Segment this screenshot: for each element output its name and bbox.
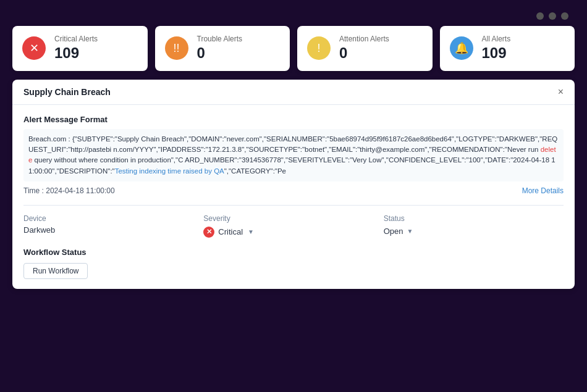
attention-count: 0 — [339, 44, 389, 62]
all-alerts-info: All Alerts 109 — [482, 35, 511, 62]
critical-count: 109 — [54, 44, 98, 62]
critical-icon: ✕ — [22, 36, 46, 60]
time-row: Time : 2024-04-18 11:00:00 More Details — [23, 186, 564, 195]
trouble-icon: !! — [165, 36, 188, 60]
severity-label: Severity — [203, 214, 383, 223]
critical-info: Critical Alerts 109 — [54, 35, 98, 62]
title-bar — [12, 12, 575, 26]
severity-dropdown-label: Critical — [218, 227, 243, 236]
attention-info: Attention Alerts 0 — [339, 35, 389, 62]
panel-body: Alert Message Format Breach.com : {"SUBT… — [12, 105, 575, 289]
attention-alerts-card[interactable]: ! Attention Alerts 0 — [297, 26, 433, 71]
status-value-row[interactable]: Open ▼ — [384, 227, 564, 236]
severity-value-row[interactable]: ✕ Critical ▼ — [203, 227, 383, 238]
alert-message-text: Breach.com : {"SUBTYPE":"Supply Chain Br… — [23, 129, 564, 181]
severity-critical-icon: ✕ — [203, 227, 214, 238]
alert-message-section-title: Alert Message Format — [23, 115, 564, 124]
status-label: Status — [384, 214, 564, 223]
window-controls — [536, 12, 568, 20]
panel-title: Supply Chain Breach — [23, 87, 111, 97]
dot-1 — [536, 12, 544, 20]
severity-field: Severity ✕ Critical ▼ — [203, 214, 383, 238]
time-text: Time : 2024-04-18 11:00:00 — [23, 186, 115, 195]
all-alerts-card[interactable]: 🔔 All Alerts 109 — [440, 26, 575, 71]
run-workflow-button[interactable]: Run Workflow — [23, 263, 88, 279]
attention-icon: ! — [307, 36, 331, 60]
time-label: Time : — [23, 186, 46, 195]
time-value: 2024-04-18 11:00:00 — [46, 186, 114, 195]
supply-chain-breach-panel: Supply Chain Breach × Alert Message Form… — [12, 80, 575, 289]
trouble-count: 0 — [197, 44, 243, 62]
dot-2 — [549, 12, 556, 20]
critical-alerts-card[interactable]: ✕ Critical Alerts 109 — [12, 26, 148, 71]
all-alerts-icon: 🔔 — [450, 36, 473, 60]
critical-label: Critical Alerts — [54, 35, 98, 43]
alert-cards-row: ✕ Critical Alerts 109 !! Trouble Alerts … — [12, 26, 575, 71]
status-field: Status Open ▼ — [384, 214, 564, 238]
device-field: Device Darkweb — [23, 214, 203, 238]
close-button[interactable]: × — [558, 87, 564, 97]
panel-header: Supply Chain Breach × — [12, 80, 575, 105]
severity-dropdown-arrow: ▼ — [248, 228, 254, 235]
fields-row: Device Darkweb Severity ✕ Critical ▼ Sta… — [23, 205, 564, 238]
device-label: Device — [23, 214, 203, 223]
all-alerts-label: All Alerts — [482, 35, 511, 43]
dot-3 — [561, 12, 568, 20]
workflow-status-title: Workflow Status — [23, 248, 564, 257]
more-details-link[interactable]: More Details — [522, 186, 564, 195]
trouble-info: Trouble Alerts 0 — [197, 35, 243, 62]
workflow-section: Workflow Status Run Workflow — [23, 248, 564, 279]
trouble-label: Trouble Alerts — [197, 35, 243, 43]
trouble-alerts-card[interactable]: !! Trouble Alerts 0 — [155, 26, 290, 71]
status-dropdown-label: Open — [384, 227, 403, 236]
device-value: Darkweb — [23, 225, 203, 235]
all-alerts-count: 109 — [482, 44, 511, 62]
attention-label: Attention Alerts — [339, 35, 389, 43]
status-dropdown-arrow: ▼ — [407, 228, 413, 235]
